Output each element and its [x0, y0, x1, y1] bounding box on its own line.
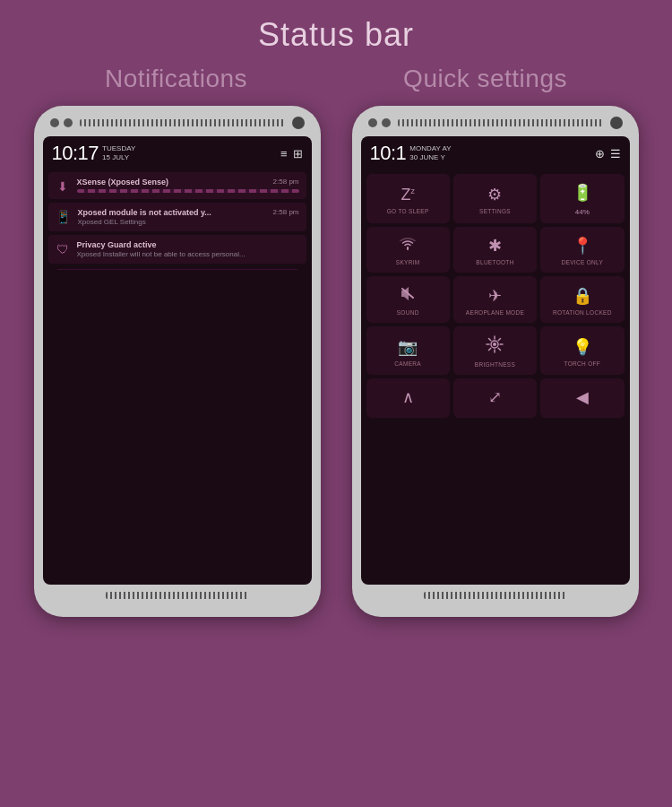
- notif-content-3: Privacy Guard active Xposed Installer wi…: [77, 240, 299, 258]
- screen-quick-settings: 10:1 MONDAY AY 30 JUNE Y ⊕ ☰ Zz GO TO SL: [361, 136, 630, 585]
- settings-icon: ⚙: [487, 185, 502, 204]
- notif-content-2: 2:58 pm Xposed module is not activated y…: [78, 208, 299, 226]
- tile-battery[interactable]: 🔋 44%: [540, 174, 624, 223]
- bluetooth-icon: ✱: [488, 236, 502, 256]
- sleep-label: GO TO SLEEP: [387, 208, 429, 214]
- aeroplane-icon: ✈: [488, 286, 502, 306]
- qs-grid: Zz GO TO SLEEP ⚙ SETTINGS 🔋 44%: [366, 174, 625, 418]
- status-icons-left: ≡ ⊞: [280, 147, 303, 161]
- phone-dots-right: [368, 118, 391, 127]
- wifi-icon: [399, 237, 417, 256]
- tile-extra-1[interactable]: ∧: [366, 378, 450, 418]
- tile-extra-3[interactable]: ◀: [540, 378, 624, 418]
- sound-icon: [399, 285, 417, 306]
- phone-camera-right: [610, 117, 623, 129]
- dot-4: [382, 118, 391, 127]
- status-date-right: MONDAY AY 30 JUNE Y: [409, 144, 451, 161]
- dot-3: [368, 118, 377, 127]
- notifications-label: Notifications: [105, 65, 247, 93]
- menu-icon: ≡: [280, 147, 288, 161]
- notif-time-2: 2:58 pm: [273, 208, 299, 216]
- status-right-left: 10:1 MONDAY AY 30 JUNE Y: [370, 142, 452, 165]
- up-icon: ∧: [402, 387, 414, 407]
- section-labels: Notifications Quick settings: [0, 61, 672, 106]
- notif-guard-icon: 🛡: [56, 242, 70, 256]
- camera-label: CAMERA: [394, 360, 421, 367]
- svg-line-8: [499, 348, 501, 350]
- notif-body-2: Xposed GEL Settings: [78, 218, 257, 226]
- tile-bluetooth[interactable]: ✱ BLUETOOTH: [453, 227, 537, 273]
- phones-row: 10:17 TUESDAY 15 JULY ≡ ⊞ ⬇ 2:58 pm: [0, 106, 672, 617]
- brightness-icon: [486, 335, 504, 358]
- notif-body-3: Xposed Installer will not be able to acc…: [77, 250, 256, 258]
- quick-settings-label: Quick settings: [403, 65, 567, 93]
- phone-camera-left: [292, 117, 305, 129]
- rotation-icon: 🔒: [573, 286, 592, 306]
- notif-content-1: 2:58 pm XSense (Xposed Sense): [77, 178, 299, 193]
- phone-bottom-left: [43, 585, 312, 601]
- brightness-label: BRIGHTNESS: [475, 361, 515, 368]
- tile-camera[interactable]: 📷 CAMERA: [366, 326, 450, 375]
- bottom-speaker-left: [106, 592, 249, 599]
- settings-label: SETTINGS: [479, 208, 511, 214]
- aeroplane-label: AEROPLANE MODE: [466, 309, 524, 316]
- notif-time-1: 2:58 pm: [273, 178, 299, 186]
- location-label: DEVICE ONLY: [562, 259, 604, 265]
- battery-icon: 🔋: [573, 183, 592, 203]
- notification-item[interactable]: 🛡 Privacy Guard active Xposed Installer …: [48, 235, 306, 264]
- page-title: Status bar: [0, 0, 672, 61]
- camera-icon: 📷: [398, 337, 418, 357]
- notification-item[interactable]: ⬇ 2:58 pm XSense (Xposed Sense): [48, 172, 306, 199]
- tile-extra-2[interactable]: ⤢: [453, 378, 537, 418]
- tile-brightness[interactable]: BRIGHTNESS: [453, 326, 537, 375]
- tile-settings[interactable]: ⚙ SETTINGS: [453, 174, 537, 223]
- dot-2: [64, 118, 73, 127]
- notifications-panel: ⬇ 2:58 pm XSense (Xposed Sense) 📱 2:58 p…: [43, 169, 312, 279]
- torch-icon: 💡: [573, 337, 592, 357]
- sleep-icon: Zz: [401, 186, 415, 204]
- phone-bottom-right: [361, 585, 630, 601]
- status-time-right: 10:1: [370, 142, 407, 165]
- notif-title-2: Xposed module is not activated y...: [78, 208, 299, 217]
- svg-line-7: [489, 339, 491, 341]
- status-left: 10:17 TUESDAY 15 JULY: [52, 142, 136, 165]
- status-bar-left: 10:17 TUESDAY 15 JULY ≡ ⊞: [43, 136, 312, 169]
- notif-progress-bar: [77, 189, 299, 193]
- svg-line-10: [489, 348, 491, 350]
- tile-location[interactable]: 📍 DEVICE ONLY: [540, 227, 624, 273]
- back-icon: ◀: [576, 387, 589, 407]
- status-time-left: 10:17: [52, 142, 99, 165]
- add-icon: ⊕: [595, 147, 605, 161]
- tile-wifi[interactable]: SKYRIM: [366, 227, 450, 273]
- phone-notifications: 10:17 TUESDAY 15 JULY ≡ ⊞ ⬇ 2:58 pm: [34, 106, 321, 617]
- notif-module-icon: 📱: [56, 210, 71, 224]
- tile-rotation[interactable]: 🔒 ROTATION LOCKED: [540, 276, 624, 323]
- svg-line-9: [499, 339, 501, 341]
- wifi-label: SKYRIM: [396, 259, 420, 265]
- location-icon: 📍: [573, 236, 592, 256]
- tile-torch[interactable]: 💡 TORCH OFF: [540, 326, 624, 375]
- grid-icon: ⊞: [293, 147, 303, 161]
- svg-point-2: [493, 343, 496, 346]
- rotation-label: ROTATION LOCKED: [553, 309, 612, 316]
- notif-download-icon: ⬇: [56, 179, 70, 194]
- phone-speaker-right: [398, 119, 603, 126]
- notification-item[interactable]: 📱 2:58 pm Xposed module is not activated…: [48, 203, 306, 231]
- phone-top-left: [43, 117, 312, 136]
- screen-notifications: 10:17 TUESDAY 15 JULY ≡ ⊞ ⬇ 2:58 pm: [43, 136, 312, 585]
- status-date-left: TUESDAY 15 JULY: [102, 144, 135, 161]
- tile-sound[interactable]: SOUND: [366, 276, 450, 323]
- status-bar-right: 10:1 MONDAY AY 30 JUNE Y ⊕ ☰: [361, 136, 630, 169]
- phone-dots-left: [50, 118, 73, 127]
- expand-icon: ⤢: [488, 387, 502, 407]
- torch-label: TORCH OFF: [564, 360, 601, 367]
- notif-divider: [57, 269, 297, 270]
- battery-value: 44%: [575, 208, 590, 216]
- quick-settings-panel: Zz GO TO SLEEP ⚙ SETTINGS 🔋 44%: [361, 169, 630, 421]
- dot-1: [50, 118, 59, 127]
- list-icon: ☰: [610, 147, 621, 161]
- phone-top-right: [361, 117, 630, 136]
- tile-go-to-sleep[interactable]: Zz GO TO SLEEP: [366, 174, 450, 223]
- sound-label: SOUND: [397, 309, 419, 316]
- tile-aeroplane[interactable]: ✈ AEROPLANE MODE: [453, 276, 537, 323]
